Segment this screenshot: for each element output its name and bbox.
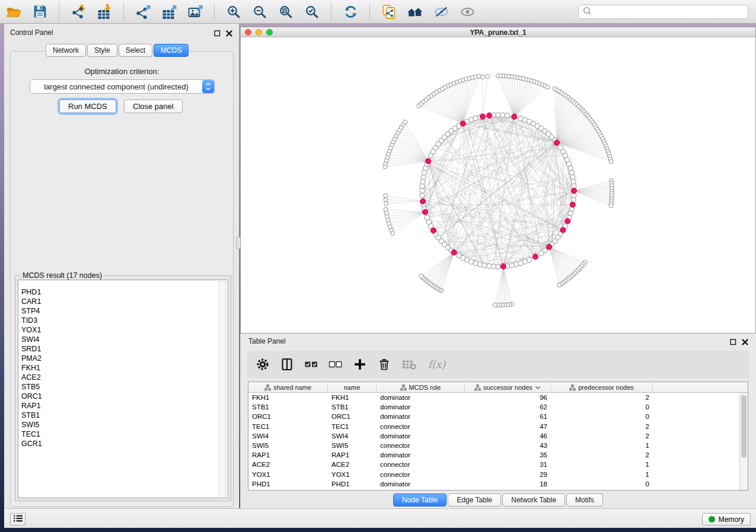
network-hub-node[interactable] [565, 219, 570, 224]
network-hub-node[interactable] [451, 250, 457, 255]
network-leaf-node[interactable] [493, 303, 497, 307]
network-node[interactable] [487, 264, 492, 268]
mcds-result-node[interactable]: SRD1 [18, 344, 228, 354]
network-node[interactable] [477, 262, 482, 267]
network-hub-node[interactable] [500, 264, 506, 269]
zoom-fit-icon[interactable] [276, 2, 296, 21]
network-leaf-node[interactable] [384, 194, 388, 198]
network-leaf-node[interactable] [384, 207, 388, 211]
mcds-result-node[interactable]: TID3 [18, 316, 228, 325]
network-node[interactable] [482, 263, 487, 268]
mcds-result-node[interactable]: FKH1 [18, 363, 228, 373]
network-leaf-node[interactable] [403, 120, 407, 124]
network-node[interactable] [569, 170, 574, 175]
table-scrollbar-thumb[interactable] [741, 395, 747, 458]
mcds-result-node[interactable]: PMA2 [18, 354, 228, 363]
table-row[interactable]: SWI5SWI5connector431 [248, 441, 748, 450]
network-node[interactable] [425, 215, 429, 220]
deselect-all-icon[interactable] [328, 357, 343, 371]
close-table-panel-icon[interactable] [741, 338, 749, 348]
network-leaf-node[interactable] [609, 204, 613, 208]
tab-select[interactable]: Select [119, 44, 152, 57]
network-node[interactable] [539, 251, 544, 255]
network-hub-node[interactable] [532, 254, 538, 259]
mcds-result-node[interactable]: PHD1 [18, 287, 228, 297]
network-node[interactable] [457, 253, 461, 258]
mcds-result-node[interactable]: GCR1 [18, 439, 228, 448]
network-node[interactable] [571, 180, 576, 184]
delete-row-icon[interactable] [377, 357, 391, 371]
network-hub-node[interactable] [420, 198, 426, 204]
export-image-icon[interactable] [185, 2, 205, 21]
table-row[interactable]: STB1STB1dominator620 [248, 402, 748, 412]
network-window-titlebar[interactable]: YPA_prune.txt_1 [241, 27, 755, 37]
network-node[interactable] [420, 188, 425, 193]
table-row[interactable]: SWI4SWI4dominator462 [248, 431, 748, 441]
network-hub-node[interactable] [423, 209, 428, 214]
table-row[interactable]: FKH1FKH1dominator962 [248, 393, 748, 402]
table-row[interactable]: TEC1TEC1connector472 [248, 422, 748, 431]
zoom-in-icon[interactable] [224, 2, 244, 21]
table-row[interactable]: ORC1ORC1dominator610 [248, 412, 748, 421]
network-leaf-node[interactable] [384, 197, 388, 201]
network-hub-node[interactable] [512, 114, 517, 119]
mcds-result-list[interactable]: PHD1CAR1STP4TID3YOX1SWI4SRD1PMA2FKH1ACE2… [18, 280, 228, 498]
export-table-icon[interactable] [159, 2, 179, 21]
mcds-result-node[interactable]: SWI4 [18, 335, 228, 344]
tab-motifs[interactable]: Motifs [566, 493, 603, 507]
zoom-out-icon[interactable] [250, 2, 270, 21]
network-leaf-node[interactable] [557, 283, 562, 287]
network-node[interactable] [496, 113, 500, 117]
mcds-result-node[interactable]: ORC1 [18, 392, 228, 401]
tab-network[interactable]: Network [46, 44, 86, 57]
show-all-icon[interactable] [457, 2, 477, 21]
float-panel-icon[interactable] [213, 29, 221, 40]
add-row-icon[interactable] [353, 357, 367, 371]
network-node[interactable] [509, 263, 514, 268]
zoom-selected-icon[interactable] [302, 2, 322, 21]
network-hub-node[interactable] [460, 121, 465, 126]
network-node[interactable] [518, 261, 523, 265]
network-hub-node[interactable] [554, 140, 560, 145]
import-network-icon[interactable] [68, 2, 88, 21]
settings-gear-icon[interactable] [256, 357, 270, 371]
run-mcds-button[interactable]: Run MCDS [59, 100, 116, 113]
table-row[interactable]: RAP1RAP1dominator352 [248, 450, 748, 460]
search-input[interactable] [592, 6, 748, 18]
table-row[interactable]: YOX1YOX1connector291 [248, 470, 748, 479]
network-hub-node[interactable] [570, 202, 575, 207]
network-node[interactable] [491, 264, 496, 269]
column-header-successor-nodes[interactable]: successor nodes [465, 382, 551, 393]
save-session-icon[interactable] [30, 2, 50, 21]
tab-mcds[interactable]: MCDS [154, 44, 189, 57]
panel-list-button[interactable] [10, 513, 25, 525]
tab-edge-table[interactable]: Edge Table [448, 493, 501, 507]
network-hub-node[interactable] [487, 113, 492, 118]
column-header-MCDS-role[interactable]: MCDS role [377, 382, 465, 393]
column-header-shared-name[interactable]: shared name [248, 382, 328, 393]
network-leaf-node[interactable] [486, 74, 490, 78]
network-node[interactable] [514, 262, 519, 267]
network-hub-node[interactable] [430, 228, 436, 233]
mcds-result-node[interactable]: STP4 [18, 306, 228, 316]
network-leaf-node[interactable] [609, 159, 613, 164]
mcds-result-node[interactable]: ACE2 [18, 373, 228, 382]
network-node[interactable] [571, 197, 576, 202]
network-node[interactable] [420, 180, 425, 184]
node-table[interactable]: shared namenameMCDS rolesuccessor nodesp… [248, 382, 748, 491]
mcds-result-node[interactable]: TEC1 [18, 430, 228, 439]
tab-node-table[interactable]: Node Table [393, 493, 447, 507]
network-node[interactable] [473, 116, 478, 121]
refresh-icon[interactable] [340, 2, 361, 21]
network-canvas[interactable] [241, 37, 755, 333]
network-leaf-node[interactable] [419, 274, 423, 278]
network-node[interactable] [568, 166, 573, 171]
close-panel-icon[interactable] [225, 29, 233, 40]
mcds-list-scrollbar[interactable] [219, 281, 227, 496]
network-hub-node[interactable] [560, 227, 566, 233]
mcds-result-node[interactable]: YOX1 [18, 325, 228, 335]
hide-selected-icon[interactable] [431, 2, 451, 21]
network-node[interactable] [421, 175, 426, 180]
network-leaf-node[interactable] [546, 85, 550, 89]
network-node[interactable] [500, 113, 505, 117]
